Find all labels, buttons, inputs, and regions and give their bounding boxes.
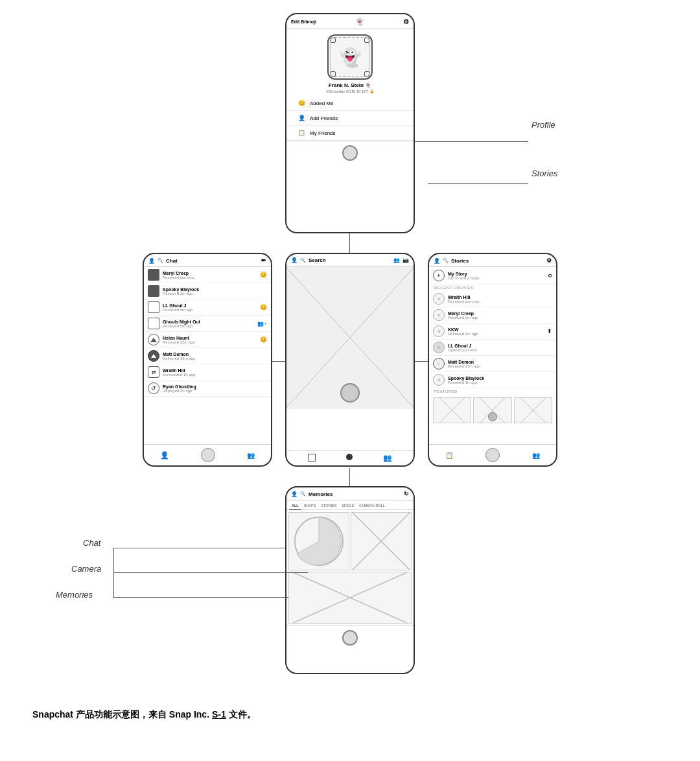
camera-header: 👤 🔍 Search 👥 📷: [286, 254, 414, 266]
list-item[interactable]: ↺ Ryan Ghostling Replayed 2h ago: [144, 380, 271, 397]
avatar: ✕: [433, 325, 445, 337]
list-item[interactable]: Ghouls Night Out Received 5m ago 👥+: [144, 316, 271, 332]
my-story-item[interactable]: + My Story Tap to add a Snap ⚙: [429, 267, 556, 285]
chat-action-icon: 😊: [260, 336, 267, 343]
story-info: Matt Demon Received 23m ago: [448, 360, 552, 368]
chat-nav: 👤 👥: [144, 444, 271, 465]
add-friend-icon-cam[interactable]: 👥: [393, 257, 400, 263]
profile-icon-mem: 👤: [291, 491, 298, 497]
profile-header: Edit Bitmoji 👻 ⚙: [286, 14, 414, 29]
tab-all[interactable]: ALL: [289, 502, 301, 509]
tab-stories[interactable]: STORIES: [318, 502, 339, 509]
chat-nav-icon-stories[interactable]: 📋: [445, 452, 453, 459]
featured-thumb[interactable]: [473, 397, 511, 423]
story-info: Spooky Blaylock Received 1h ago: [448, 376, 552, 384]
list-item[interactable]: ✕ Meryl Creep Received 2m ago: [429, 307, 556, 323]
caption-text: Snapchat 产品功能示意图，来自 Snap Inc. S-1 文件。: [32, 709, 256, 720]
mem-cell[interactable]: [288, 512, 349, 570]
my-friends-label: My Friends: [310, 130, 336, 136]
list-item[interactable]: Meryl Creep Received just now 😊: [144, 267, 271, 283]
sync-icon-mem[interactable]: ↻: [404, 491, 409, 497]
avatar: [148, 301, 159, 313]
list-item[interactable]: ⇄ Wraith Hill Screenshot 1h ago: [144, 364, 271, 380]
list-item[interactable]: ✕ KKW Received 4m ago ⬆: [429, 323, 556, 340]
chat-action-icon: 😊: [260, 272, 267, 278]
camera-button[interactable]: [342, 145, 358, 161]
my-friends-icon: 📋: [297, 130, 306, 136]
list-item[interactable]: ✕ Spooky Blaylock Received 1h ago: [429, 372, 556, 388]
camera-nav-btn[interactable]: [201, 448, 215, 462]
stories-header: 👤 🔍 Stories ⚙: [429, 254, 556, 267]
chat-phone: 👤 🔍 Chat ✏ Meryl Creep Received just now…: [143, 253, 272, 467]
mem-cell[interactable]: [288, 572, 412, 624]
chat-connector: [113, 548, 285, 548]
friends-nav-icon[interactable]: 👥: [383, 454, 392, 462]
tab-camera-roll[interactable]: CAMERA-ROLL: [356, 502, 388, 509]
chat-avatar-icon: 👤: [148, 258, 155, 264]
avatar: [148, 285, 159, 297]
chat-title: Chat: [166, 258, 178, 264]
camera-phone: 👤 🔍 Search 👥 📷 👥: [285, 253, 415, 467]
my-friends-item[interactable]: 📋 My Friends: [286, 126, 414, 141]
chat-info: Meryl Creep Received just now: [163, 271, 257, 279]
featured-thumb[interactable]: [514, 397, 552, 423]
profile-label: Profile: [531, 120, 555, 130]
chat-info: Spooky Blaylock Received 2m ago: [163, 287, 267, 296]
stories-title: Stories: [451, 258, 469, 264]
chat-action-icon: 😊: [260, 304, 267, 310]
camera-btn-memories[interactable]: [342, 630, 358, 646]
chat-info: Wraith Hill Screenshot 1h ago: [163, 368, 267, 377]
memories-grid: [286, 510, 414, 626]
side-vert-connector: [113, 548, 114, 598]
avatar: ⇄: [148, 366, 159, 378]
list-item[interactable]: ✕ LL Ghoul J Opened just now: [429, 340, 556, 356]
camera-shutter-small[interactable]: [346, 454, 353, 460]
settings-icon-stories[interactable]: ⚙: [546, 257, 552, 264]
profile-sub: #Ghostday (818) 15,127 🔒: [326, 89, 373, 93]
list-item[interactable]: ○ Matt Demon Received 23m ago: [429, 356, 556, 372]
tab-specs[interactable]: SPECS: [339, 502, 356, 509]
friends-nav-icon-stories[interactable]: 👥: [532, 452, 540, 459]
stories-icon-cam[interactable]: 📷: [402, 257, 409, 263]
camera-label: Camera: [71, 564, 101, 574]
story-info: Wraith Hill Received just now: [448, 295, 552, 303]
list-item[interactable]: Matt Demon Delivered 35m ago: [144, 348, 271, 364]
stories-connector: [428, 183, 528, 184]
avatar: [148, 269, 159, 281]
avatar: ✕: [433, 309, 445, 321]
chat-info: Ryan Ghostling Replayed 2h ago: [163, 384, 267, 393]
shutter-button[interactable]: [340, 383, 360, 403]
settings-icon[interactable]: ⚙: [403, 18, 409, 25]
list-item[interactable]: LL Ghoul J Received 4m ago 😊: [144, 299, 271, 316]
list-item[interactable]: ✕ Wraith Hill Received just now: [429, 291, 556, 307]
featured-thumb[interactable]: [433, 397, 471, 423]
camera-btn-stories[interactable]: [485, 448, 500, 462]
add-friends-label: Add Friends: [310, 115, 338, 121]
search-icon-mem: 🔍: [300, 491, 306, 497]
chat-nav-icon[interactable]: [308, 454, 316, 462]
chat-action-icon: 👥+: [257, 321, 267, 327]
stories-nav: 📋 👥: [429, 444, 556, 465]
list-item[interactable]: Helen Haunt Received 22m ago 😊: [144, 332, 271, 348]
edit-bitmoji-link[interactable]: Edit Bitmoji: [291, 19, 316, 24]
new-chat-icon[interactable]: ✏: [261, 257, 266, 264]
tab-snaps[interactable]: SNAPS: [301, 502, 319, 509]
memories-bottom-btn: [286, 626, 414, 651]
chat-nav-friends-icon[interactable]: 👥: [247, 452, 255, 459]
my-story-info: My Story Tap to add a Snap: [448, 272, 544, 280]
stories-label: Stories: [531, 169, 557, 178]
mem-cell[interactable]: [351, 512, 412, 570]
my-story-icon: +: [433, 270, 445, 281]
search-icon-cam: 🔍: [300, 258, 306, 263]
list-item[interactable]: Spooky Blaylock Received 2m ago: [144, 283, 271, 299]
caption-link[interactable]: S-1: [212, 709, 226, 720]
profile-icon-stories: 👤: [434, 258, 440, 264]
chat-nav-ghost-icon[interactable]: 👤: [160, 451, 169, 460]
avatar: [148, 350, 159, 362]
added-me-item[interactable]: 😊 Added Me: [286, 96, 414, 111]
add-friends-item[interactable]: 👤 Add Friends: [286, 111, 414, 126]
camera-view: [286, 266, 414, 409]
share-icon[interactable]: ⬆: [547, 328, 552, 334]
chat-header: 👤 🔍 Chat ✏: [144, 254, 271, 267]
my-story-settings-icon[interactable]: ⚙: [548, 273, 552, 279]
